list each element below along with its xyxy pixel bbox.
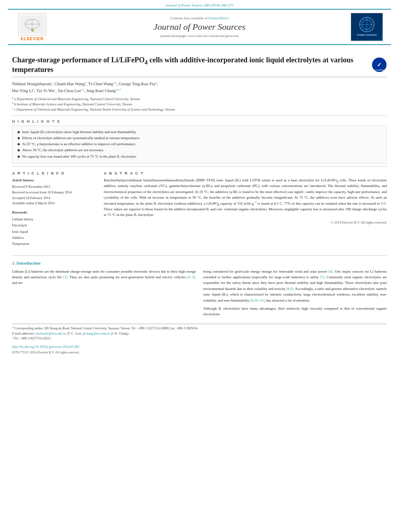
keyword-5: Temperature (12, 241, 97, 247)
ref-2-5: [2–5] (187, 275, 195, 279)
author-4: George Ting-Kuo Feya, (119, 82, 158, 86)
journal-logo-right-text: POWER SOURCES (353, 13, 381, 41)
author-1: Nithinai Wongittharoma, (12, 82, 55, 86)
bullet-5: ◆ (17, 154, 20, 160)
article-keywords: Keywords: Lithium battery Electrolyte Io… (12, 210, 97, 247)
intro-right-col: being considered for grid-scale energy s… (203, 269, 387, 320)
section-1-heading: 1. Introduction (12, 261, 387, 265)
journal-center: Contents lists available at ScienceDirec… (48, 16, 351, 38)
science-direct-line: Contents lists available at ScienceDirec… (48, 16, 351, 20)
abstract-col: A B S T R A C T Butylmethylpyrrolidinium… (104, 171, 387, 251)
email-jk[interactable]: jkchang@ncu.edu.tw (83, 332, 110, 335)
keyword-2: Electrolyte (12, 222, 97, 228)
ref-6: [6] (329, 269, 333, 273)
divider-3 (12, 255, 387, 256)
section-number: 1. (12, 261, 15, 265)
highlight-3: ◆ At 25 °C, γ-butyrolactone is an effect… (17, 141, 382, 147)
keyword-1: Lithium battery (12, 216, 97, 222)
highlights-section: H I G H L I G H T S ◆ Ionic liquid (IL) … (12, 119, 387, 163)
svg-text:POWER SOURCES: POWER SOURCES (357, 34, 377, 36)
journal-logo-right: POWER SOURCES (351, 13, 383, 41)
main-content: Charge-storage performance of Li/LiFePO4… (0, 45, 399, 358)
crossmark-icon: ✓ CrossMark (372, 57, 387, 72)
author-2: Chueh-Han Wangb, (55, 82, 88, 86)
highlight-1: ◆ Ionic liquid (IL) electrolytes show hi… (17, 129, 382, 135)
footnote-corresponding: * Corresponding author. 300 Jhong-da Roa… (12, 326, 387, 331)
section-title: Introduction (16, 261, 41, 265)
highlight-2: ◆ Effects of electrolyte additives are s… (17, 135, 382, 141)
abstract-text: Butylmethylpyrrolidinium bis(trifluorome… (104, 177, 387, 218)
highlight-4: ◆ Above 50 °C, the electrolyte additives… (17, 147, 382, 153)
intro-para-right-2: Although IL electrolytes have many advan… (203, 306, 387, 317)
citation-text: Journal of Power Sources 260 (2014) 268–… (165, 3, 233, 7)
ref-8-9: [8,9] (286, 287, 293, 291)
author-3: Yi-Chen Wanga,b, (88, 82, 119, 86)
intro-para-left: Lithium (Li) batteries are the dominant … (12, 269, 196, 286)
elsevier-brand-text: ELSEVIER (21, 37, 43, 41)
bullet-4: ◆ (17, 147, 20, 153)
author-5: Hui-Ying Lib, (12, 88, 36, 93)
elsevier-logo-image: 🌿 (18, 13, 46, 35)
available-date: Available online 6 March 2014 (12, 201, 97, 206)
keywords-label: Keywords: (12, 210, 97, 215)
article-info-abstract: A R T I C L E I N F O Article history: R… (12, 171, 387, 251)
author-6: Tzi-Yi Wuc, (36, 88, 58, 93)
highlights-box: ◆ Ionic liquid (IL) electrolytes show hi… (12, 125, 387, 163)
email-jk-name: (J.-K. Chang). (111, 332, 129, 335)
keywords-list: Lithium battery Electrolyte Ionic liquid… (12, 216, 97, 247)
svg-text:✓: ✓ (377, 62, 382, 68)
intro-two-col: Lithium (Li) batteries are the dominant … (12, 269, 387, 320)
author-7: Tai-Chou Leea,1, (58, 88, 86, 93)
footnotes: * Corresponding author. 300 Jhong-da Roa… (12, 324, 387, 341)
highlight-5: ◆ No capacity loss was found after 100 c… (17, 154, 382, 160)
article-info-label: A R T I C L E I N F O (12, 171, 97, 175)
page: Journal of Power Sources 260 (2014) 268–… (0, 0, 399, 532)
introduction-section: 1. Introduction Lithium (Li) batteries a… (12, 261, 387, 320)
accepted-date: Accepted 24 February 2014 (12, 195, 97, 201)
bottom-bar: 0378-7753/© 2014 Elsevier B.V. All right… (12, 351, 387, 354)
citation-bar: Journal of Power Sources 260 (2014) 268–… (0, 0, 399, 9)
article-info-col: A R T I C L E I N F O Article history: R… (12, 171, 97, 251)
keyword-3: Ionic liquid (12, 229, 97, 235)
journal-title: Journal of Power Sources (48, 22, 351, 32)
issn-text: 0378-7753/© 2014 Elsevier B.V. All right… (12, 351, 80, 354)
bullet-1: ◆ (17, 129, 20, 135)
journal-header: 🌿 ELSEVIER Contents lists available at S… (8, 9, 391, 45)
svg-text:🌿: 🌿 (31, 29, 34, 32)
intro-left-col: Lithium (Li) batteries are the dominant … (12, 269, 196, 320)
history-label: Article history: (12, 177, 97, 183)
ref-7: [7] (320, 275, 325, 279)
divider-1 (12, 115, 387, 116)
affiliation-b: b b Institute of Materials Science and E… (12, 102, 387, 107)
author-8: Jeng-Kuei Changa,b,* (86, 88, 121, 93)
copyright-line: © 2014 Elsevier B.V. All rights reserved… (104, 220, 387, 224)
email-tc-name: (T.-C. Lee), (67, 332, 83, 335)
bullet-3: ◆ (17, 141, 20, 147)
ref-1: [1] (63, 275, 68, 279)
ref-8-10-15: [8,10–15] (250, 298, 264, 302)
article-title: Charge-storage performance of Li/LiFePO4… (12, 55, 372, 75)
doi-url[interactable]: http://dx.doi.org/10.1016/j.jpowsour.201… (12, 345, 80, 349)
highlights-label: H I G H L I G H T S (12, 119, 387, 123)
affiliation-c: c c Department of Chemical and Materials… (12, 107, 387, 112)
affiliation-a: a a Department of Chemical and Materials… (12, 97, 387, 102)
abstract-label: A B S T R A C T (104, 171, 387, 175)
email-label: E-mail addresses: (12, 332, 36, 335)
doi-line[interactable]: http://dx.doi.org/10.1016/j.jpowsour.201… (12, 345, 387, 349)
article-title-section: Charge-storage performance of Li/LiFePO4… (12, 55, 387, 77)
elsevier-logo: 🌿 ELSEVIER (16, 13, 48, 41)
email-tc[interactable]: taichoulee@ncu.edu.tw (36, 332, 66, 335)
article-history: Article history: Received 8 November 201… (12, 177, 97, 206)
article-info-content: Article history: Received 8 November 201… (12, 177, 97, 247)
intro-para-right-1: being considered for grid-scale energy s… (203, 269, 387, 303)
science-direct-link-text[interactable]: ScienceDirect (208, 16, 228, 20)
footnote-1: ¹ Tel.: +886 3 4227151x34211. (12, 336, 387, 341)
footnote-email: E-mail addresses: taichoulee@ncu.edu.tw … (12, 331, 387, 337)
received-revised-date: Received in revised form 10 February 201… (12, 190, 97, 195)
bullet-2: ◆ (17, 135, 20, 141)
affiliations: a a Department of Chemical and Materials… (12, 97, 387, 112)
keyword-4: Additive (12, 235, 97, 241)
svg-text:CrossMark: CrossMark (374, 69, 385, 71)
received-date: Received 8 November 2013 (12, 184, 97, 190)
divider-2 (12, 166, 387, 167)
